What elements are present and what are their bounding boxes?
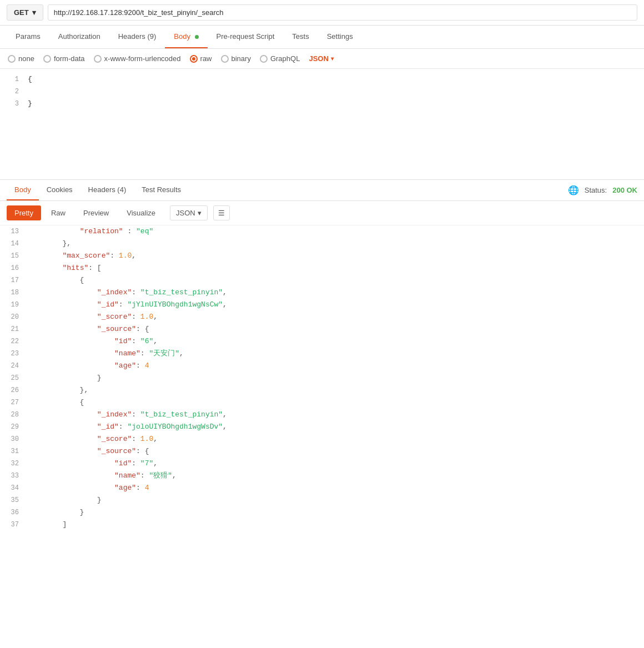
editor-line-2: 2 — [0, 86, 644, 98]
json-line-16: 16 "hits": [ — [0, 262, 644, 274]
response-format-chevron-icon: ▾ — [198, 209, 202, 217]
json-line-33: 33 "name": "狡猾", — [0, 470, 644, 482]
method-label: GET — [14, 8, 29, 17]
url-input[interactable] — [48, 4, 637, 21]
response-tab-test-results[interactable]: Test Results — [134, 180, 189, 200]
json-line-23: 23 "name": "天安门", — [0, 348, 644, 360]
json-line-17: 17 { — [0, 274, 644, 287]
radio-none-circle — [8, 55, 16, 63]
json-line-13: 13 "relation" : "eq" — [0, 225, 644, 238]
editor-line-1: 1 { — [0, 73, 644, 86]
method-chevron-icon: ▾ — [32, 8, 36, 17]
wrap-button[interactable]: ☰ — [213, 205, 230, 220]
radio-raw[interactable]: raw — [190, 54, 212, 63]
radio-form-data-circle — [43, 55, 51, 63]
json-line-21: 21 "_source": { — [0, 323, 644, 335]
response-format-selector[interactable]: JSON ▾ — [170, 205, 208, 220]
tabs-row: Params Authorization Headers (9) Body Pr… — [0, 26, 644, 49]
method-selector[interactable]: GET ▾ — [7, 4, 43, 21]
json-line-22: 22 "id": "6", — [0, 335, 644, 348]
json-line-35: 35 } — [0, 494, 644, 506]
status-code: 200 OK — [612, 186, 637, 194]
radio-graphql[interactable]: GraphQL — [260, 54, 300, 63]
editor-line-3: 3 } — [0, 98, 644, 110]
json-line-15: 15 "max_score": 1.0, — [0, 250, 644, 262]
json-line-18: 18 "_index": "t_biz_test_pinyin", — [0, 287, 644, 299]
radio-graphql-circle — [260, 55, 268, 63]
response-tab-headers[interactable]: Headers (4) — [80, 180, 134, 200]
json-line-25: 25 } — [0, 372, 644, 384]
tab-headers[interactable]: Headers (9) — [109, 26, 165, 48]
json-line-36: 36 } — [0, 506, 644, 519]
response-tab-body[interactable]: Body — [7, 180, 39, 200]
radio-none[interactable]: none — [8, 54, 34, 63]
json-line-26: 26 }, — [0, 384, 644, 396]
json-line-19: 19 "_id": "jYlnUIYBOhgdh1wgNsCw", — [0, 299, 644, 311]
json-line-29: 29 "_id": "joloUIYBOhgdh1wgWsDv", — [0, 421, 644, 433]
json-line-37: 37 ] — [0, 519, 644, 531]
tab-settings[interactable]: Settings — [318, 26, 362, 48]
tab-tests[interactable]: Tests — [283, 26, 318, 48]
json-line-28: 28 "_index": "t_biz_test_pinyin", — [0, 409, 644, 421]
response-toolbar: Pretty Raw Preview Visualize JSON ▾ ☰ — [0, 201, 644, 225]
radio-form-data[interactable]: form-data — [43, 54, 85, 63]
radio-url-encoded-circle — [94, 55, 102, 63]
response-status-area: 🌐 Status: 200 OK — [568, 185, 637, 195]
json-line-20: 20 "_score": 1.0, — [0, 311, 644, 323]
json-line-14: 14 }, — [0, 238, 644, 250]
json-line-31: 31 "_source": { — [0, 445, 644, 458]
tab-authorization[interactable]: Authorization — [49, 26, 109, 48]
raw-button[interactable]: Raw — [43, 205, 73, 220]
request-body-editor[interactable]: 1 { 2 3 } — [0, 69, 644, 180]
radio-raw-circle — [190, 55, 198, 63]
json-line-27: 27 { — [0, 396, 644, 409]
json-response-body: 13 "relation" : "eq" 14 }, 15 "max_score… — [0, 225, 644, 531]
json-format-selector[interactable]: JSON ▾ — [309, 54, 333, 63]
json-line-32: 32 "id": "7", — [0, 458, 644, 470]
visualize-button[interactable]: Visualize — [119, 205, 163, 220]
response-format-label: JSON — [176, 209, 195, 217]
globe-icon: 🌐 — [568, 185, 579, 195]
status-label: Status: — [585, 186, 607, 194]
pretty-button[interactable]: Pretty — [7, 205, 41, 220]
response-tabs-row: Body Cookies Headers (4) Test Results 🌐 … — [0, 180, 644, 201]
body-dot-indicator — [195, 35, 199, 39]
radio-binary[interactable]: binary — [221, 54, 251, 63]
body-type-row: none form-data x-www-form-urlencoded raw… — [0, 49, 644, 69]
radio-url-encoded[interactable]: x-www-form-urlencoded — [94, 54, 181, 63]
json-line-24: 24 "age": 4 — [0, 360, 644, 372]
preview-button[interactable]: Preview — [76, 205, 117, 220]
tab-pre-request[interactable]: Pre-request Script — [208, 26, 284, 48]
json-chevron-icon: ▾ — [331, 56, 334, 62]
tab-body[interactable]: Body — [165, 26, 207, 48]
request-bar: GET ▾ — [0, 0, 644, 26]
response-tab-cookies[interactable]: Cookies — [39, 180, 80, 200]
radio-binary-circle — [221, 55, 229, 63]
json-line-30: 30 "_score": 1.0, — [0, 433, 644, 445]
json-line-34: 34 "age": 4 — [0, 482, 644, 494]
tab-params[interactable]: Params — [7, 26, 49, 48]
